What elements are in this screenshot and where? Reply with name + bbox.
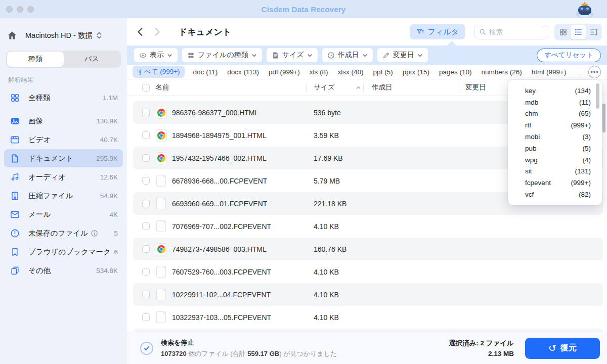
filter-chip[interactable]: 変更日 <box>377 48 428 62</box>
row-checkbox[interactable] <box>142 291 150 298</box>
table-row[interactable]: 7498273-7498586_003.HTML 160.76 KB <box>133 238 603 260</box>
column-divider <box>458 83 458 92</box>
reset-all-button[interactable]: すべてリセット <box>537 49 601 62</box>
preview-view-button[interactable] <box>586 25 601 39</box>
chevron-updown-icon <box>96 31 103 39</box>
sidebar-item[interactable]: その他 534.8K <box>4 261 123 280</box>
back-button[interactable] <box>135 26 146 37</box>
search-icon <box>479 28 486 35</box>
window-scrollbar-thumb[interactable] <box>602 104 605 132</box>
statusbar: 検索を停止 1073720 個のファイル (合計 559.17 GB) が見つか… <box>127 332 607 364</box>
dropdown-item[interactable]: key (134) <box>508 85 602 97</box>
dropdown-item[interactable]: pub (5) <box>508 143 602 154</box>
html-icon <box>156 152 167 164</box>
row-checkbox[interactable] <box>142 245 150 253</box>
filter-chip[interactable]: ファイルの種類 <box>182 48 262 62</box>
row-checkbox[interactable] <box>142 154 150 162</box>
more-types-dropdown: key (134) mdb (11) chm (65) rtf (999+) m… <box>508 80 602 205</box>
recover-button[interactable]: ↺ 復元 <box>525 338 600 359</box>
column-size[interactable]: サイズ <box>314 83 334 92</box>
dropdown-item[interactable]: rtf (999+) <box>508 119 602 131</box>
row-checkbox[interactable] <box>142 200 150 207</box>
dropdown-item[interactable]: fcpevent (999+) <box>508 177 602 189</box>
dropdown-item[interactable]: mobi (3) <box>508 131 602 143</box>
type-tab[interactable]: ppt (5) <box>372 67 394 77</box>
dropdown-item[interactable]: wpg (4) <box>508 154 602 166</box>
type-tabs-row: すべて (999+)doc (11)docx (113)pdf (999+)xl… <box>127 65 607 79</box>
row-checkbox[interactable] <box>142 222 150 230</box>
row-checkbox[interactable] <box>142 131 150 139</box>
chevron-down-icon <box>417 53 423 58</box>
found-summary: 1073720 個のファイル (合計 559.17 GB) が見つかりました <box>161 349 337 358</box>
type-tab[interactable]: すべて (999+) <box>133 66 185 78</box>
filter-chip[interactable]: サイズ <box>267 48 318 62</box>
type-tab[interactable]: pages (10) <box>438 67 473 77</box>
table-row[interactable]: 7076969-707...002.FCPEVENT 4.10 KB <box>133 215 603 238</box>
video-icon <box>10 135 20 145</box>
audio-icon <box>10 172 20 182</box>
type-tab[interactable]: pptx (15) <box>402 67 430 77</box>
type-tab[interactable]: doc (11) <box>192 67 219 77</box>
row-checkbox[interactable] <box>142 109 150 116</box>
eye-icon <box>139 52 147 59</box>
grid-view-button[interactable] <box>555 25 571 39</box>
dropdown-item[interactable]: sit (131) <box>508 166 602 177</box>
search-input[interactable] <box>489 28 544 36</box>
forward-button[interactable] <box>151 26 162 37</box>
table-row[interactable]: 10322937-103...05.FCPEVENT 4.10 KB <box>133 306 603 329</box>
info-icon[interactable] <box>91 230 98 237</box>
table-row[interactable]: 10229911-102...04.FCPEVENT 4.10 KB <box>133 283 603 306</box>
dropdown-item[interactable]: mdb (11) <box>508 97 602 108</box>
more-types-button[interactable]: ••• <box>588 66 601 78</box>
column-created[interactable]: 作成日 <box>372 83 393 92</box>
sidebar-item[interactable]: 圧縮ファイル 54.9K <box>4 187 123 205</box>
sidebar-item[interactable]: メール 4K <box>4 205 123 223</box>
list-view-button[interactable] <box>571 25 586 39</box>
dropdown-item[interactable]: chm (65) <box>508 108 602 120</box>
dropdown-item[interactable]: vcf (82) <box>508 189 602 200</box>
tab-kind[interactable]: 種類 <box>7 52 64 67</box>
app-window: Cisdem Data Recovery Macintosh HD - 数据 種… <box>0 0 607 364</box>
sidebar-item[interactable]: 画像 130.9K <box>4 112 123 130</box>
unsaved-icon <box>10 229 20 238</box>
type-tab[interactable]: pdf (999+) <box>268 67 301 77</box>
sidebar-item[interactable]: ブラウザのブックマーク 6 <box>4 243 123 261</box>
column-name[interactable]: 名前 <box>155 83 169 92</box>
type-tab[interactable]: xls (8) <box>309 67 329 77</box>
modified-icon <box>382 52 390 59</box>
sidebar-item[interactable]: ビデオ 40.7K <box>4 130 123 149</box>
type-tab[interactable]: html (999+) <box>531 67 568 77</box>
tab-path[interactable]: パス <box>64 52 120 67</box>
type-tab[interactable]: numbers (26) <box>480 67 523 77</box>
sidebar-item[interactable]: ドキュメント 295.9K <box>4 149 123 167</box>
file-icon <box>156 289 167 301</box>
filter-chip-list: 表示 ファイルの種類 サイズ 作成日 変更日 <box>134 48 428 62</box>
sort-asc-icon[interactable] <box>356 85 361 90</box>
stop-search-button[interactable]: 検索を停止 <box>161 338 337 347</box>
html-icon <box>156 243 167 255</box>
filter-chip[interactable]: 表示 <box>134 48 178 62</box>
select-all-checkbox[interactable] <box>142 84 150 92</box>
row-checkbox[interactable] <box>142 313 150 321</box>
restore-icon: ↺ <box>548 343 556 353</box>
sidebar-item[interactable]: オーディオ 12.6K <box>4 168 123 186</box>
tabs-right: ••• <box>582 66 601 78</box>
file-icon <box>156 266 167 278</box>
dropdown-scrollbar-thumb[interactable] <box>596 83 599 109</box>
row-checkbox[interactable] <box>142 268 150 276</box>
row-checkbox[interactable] <box>142 177 150 185</box>
filter-button[interactable]: フィルタ <box>410 24 465 39</box>
type-tab[interactable]: docx (113) <box>226 67 260 77</box>
column-modified[interactable]: 変更日 <box>465 83 486 92</box>
column-divider <box>306 83 307 92</box>
search-box <box>474 25 548 39</box>
chevron-down-icon <box>167 53 172 58</box>
filter-chip[interactable]: 作成日 <box>322 48 373 62</box>
type-tab-list: すべて (999+)doc (11)docx (113)pdf (999+)xl… <box>133 66 575 78</box>
sidebar-item[interactable]: 未保存のファイル 5 <box>4 224 123 242</box>
type-tab[interactable]: xlsx (40) <box>337 67 365 77</box>
sidebar-item[interactable]: 全種類 1.1M <box>4 88 123 107</box>
device-label: Macintosh HD - 数据 <box>25 31 93 40</box>
table-row[interactable]: 7607529-760...003.FCPEVENT 4.10 KB <box>133 260 603 283</box>
device-selector[interactable]: Macintosh HD - 数据 <box>4 27 123 43</box>
